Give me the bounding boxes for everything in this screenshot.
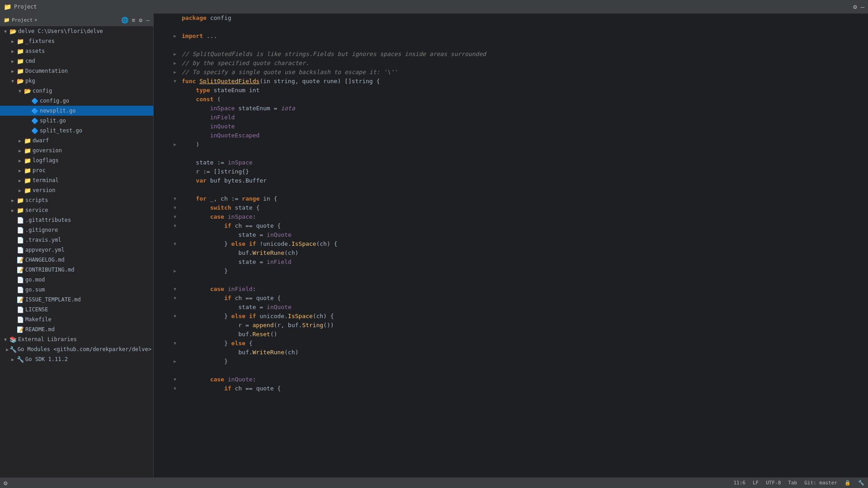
line-number [154,104,172,113]
fold-gutter[interactable]: ▼ [172,285,178,294]
tree-item-gitattributes[interactable]: 📄 .gitattributes [0,215,153,225]
code-text [178,149,868,158]
code-line: state = inQuote [154,303,868,312]
fold-gutter[interactable]: ▼ [172,384,178,393]
tree-item-license[interactable]: 📄 LICENSE [0,305,153,314]
fold-gutter[interactable]: ▼ [172,77,178,86]
tree-item-contributing-md[interactable]: 📝 CONTRIBUTING.md [0,265,153,275]
tree-item-config[interactable]: ▼ 📂 config [0,86,153,96]
tree-item-pkg[interactable]: ▼ 📂 pkg [0,76,153,86]
minimize-btn[interactable]: — [861,3,864,10]
tree-item-config-go[interactable]: 🔷 config.go [0,96,153,106]
fold-gutter[interactable]: ▶ [172,357,178,366]
tree-item-split-go[interactable]: 🔷 split.go [0,116,153,126]
line-number [154,176,172,185]
go-file-icon: 🔷 [31,127,39,134]
fold-gutter [172,122,178,131]
fold-gutter [172,14,178,23]
tree-item-terminal[interactable]: ▶ 📁 terminal [0,175,153,185]
tree-item-makefile[interactable]: 📄 Makefile [0,314,153,324]
md-file-icon: 📝 [16,267,24,273]
gear-icon[interactable]: ⚙ [139,17,142,23]
fold-gutter[interactable]: ▼ [172,194,178,203]
status-right: 11:6 LF UTF-8 Tab Git: master 🔒 🔧 [733,480,864,486]
tree-label: goversion [33,147,62,154]
fold-gutter[interactable]: ▼ [172,203,178,212]
tree-item-assets[interactable]: ▶ 📁 assets [0,46,153,56]
tree-item-newsplit-go[interactable]: 🔷 newsplit.go [0,106,153,116]
tree-item-goversion[interactable]: ▶ 📁 goversion [0,145,153,155]
tree-arrow: ▶ [9,198,16,203]
tree-item-changelog-md[interactable]: 📝 CHANGELOG.md [0,255,153,265]
editor-content[interactable]: package config ▶ import ... [154,14,868,477]
tree-arrow: ▶ [9,69,16,74]
file-tree[interactable]: ▼ 📂 delve C:\Users\flori\delve ▶ 📁 _fixt… [0,26,153,477]
fold-gutter[interactable]: ▼ [172,339,178,348]
list-icon[interactable]: ≡ [132,17,136,23]
tree-item-version[interactable]: ▶ 📁 version [0,185,153,195]
line-number [154,149,172,158]
code-text: var buf bytes.Buffer [178,176,868,185]
fold-gutter[interactable]: ▼ [172,239,178,249]
tree-item-dwarf[interactable]: ▶ 📁 dwarf [0,136,153,145]
globe-icon[interactable]: 🌐 [121,17,128,23]
tree-item-appveyor-yml[interactable]: 📄 appveyor.yml [0,245,153,255]
encoding-status[interactable]: UTF-8 [766,480,781,486]
tree-item-documentation[interactable]: ▶ 📁 Documentation [0,66,153,76]
code-text: } [178,357,868,366]
fold-gutter[interactable]: ▼ [172,294,178,303]
fold-gutter[interactable]: ▼ [172,212,178,221]
settings-status-icon[interactable]: ⚙ [4,479,7,487]
tree-arrow: ▶ [16,158,24,163]
tree-label: version [33,187,56,193]
vcs-status[interactable]: Git: master [804,480,837,486]
code-line [154,185,868,194]
line-number [154,41,172,50]
tree-item-fixtures[interactable]: ▶ 📁 _fixtures [0,36,153,46]
tree-arrow: ▶ [9,59,16,64]
tree-item-logflags[interactable]: ▶ 📁 logflags [0,155,153,165]
title-bar-controls: ⚙ — [853,3,864,10]
tree-item-cmd[interactable]: ▶ 📁 cmd [0,56,153,66]
tree-item-issue-template-md[interactable]: 📝 ISSUE_TEMPLATE.md [0,295,153,305]
fold-gutter[interactable]: ▶ [172,140,178,149]
tree-label: split.go [40,117,66,124]
folder-icon: 📁 [16,207,24,214]
line-ending-status[interactable]: LF [753,480,759,486]
fold-gutter [172,131,178,140]
tree-item-go-sum[interactable]: 📄 go.sum [0,285,153,295]
code-text: state = inQuote [178,230,868,239]
tree-item-proc[interactable]: ▶ 📁 proc [0,165,153,175]
tree-item-readme-md[interactable]: 📝 README.md [0,324,153,334]
collapse-icon[interactable]: — [146,17,150,23]
fold-gutter[interactable]: ▶ [172,32,178,41]
line-col-status[interactable]: 11:6 [733,480,745,486]
tree-item-gitignore[interactable]: 📄 .gitignore [0,225,153,235]
tree-label: Go SDK 1.11.2 [25,356,68,362]
settings-icon[interactable]: ⚙ [853,3,857,10]
code-line: ▶ } [154,357,868,366]
fold-gutter[interactable]: ▼ [172,221,178,230]
code-text: ) [178,140,868,149]
fold-gutter[interactable]: ▼ [172,375,178,384]
tree-item-go-modules[interactable]: ▶ 🔧 Go Modules <github.com/derekparker/d… [0,344,153,354]
tree-item-travis-yml[interactable]: 📄 .travis.yml [0,235,153,245]
title-bar-title: Project [14,4,37,10]
external-libraries-icon: 📚 [9,336,17,343]
tree-item-split-test-go[interactable]: 🔷 split_test.go [0,126,153,136]
code-editor[interactable]: package config ▶ import ... [154,14,868,477]
indent-status[interactable]: Tab [788,480,797,486]
line-number [154,330,172,339]
tree-item-external-libraries[interactable]: ▼ 📚 External Libraries [0,334,153,344]
tree-item-delve-root[interactable]: ▼ 📂 delve C:\Users\flori\delve [0,26,153,36]
line-number [154,14,172,23]
fold-gutter[interactable]: ▼ [172,312,178,321]
tree-item-go-mod[interactable]: 📄 go.mod [0,275,153,285]
tree-item-service[interactable]: ▶ 📁 service [0,205,153,215]
tree-item-scripts[interactable]: ▶ 📁 scripts [0,195,153,205]
tree-label: .gitattributes [25,217,71,223]
code-text: if ch == quote { [178,221,868,230]
tree-item-go-sdk[interactable]: ▶ 🔧 Go SDK 1.11.2 [0,354,153,364]
line-number [154,375,172,384]
fold-gutter[interactable]: ▶ [172,267,178,276]
